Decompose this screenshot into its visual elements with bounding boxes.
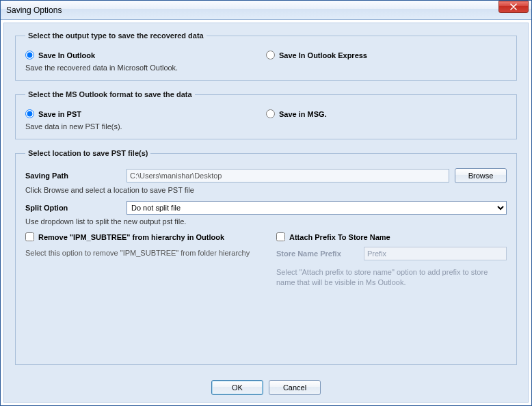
- save-in-outlook-radio[interactable]: [25, 51, 34, 59]
- save-in-outlook-desc: Save the recovered data in Microsoft Out…: [25, 64, 266, 72]
- saving-path-label: Saving Path: [25, 172, 121, 180]
- store-prefix-label: Store Name Prefix: [276, 249, 358, 258]
- output-type-group: Select the output type to save the recov…: [15, 31, 517, 81]
- save-pst-label: Save in PST: [38, 110, 81, 118]
- save-msg-radio[interactable]: [266, 109, 275, 118]
- close-button[interactable]: [498, 1, 529, 13]
- save-pst-desc: Save data in new PST file(s).: [25, 122, 266, 131]
- format-legend: Select the MS Outlook format to save the…: [25, 90, 195, 98]
- dialog-buttons: OK Cancel: [15, 375, 517, 395]
- ok-button[interactable]: OK: [211, 380, 263, 395]
- cancel-button[interactable]: Cancel: [269, 380, 321, 395]
- save-msg-label: Save in MSG.: [279, 110, 327, 118]
- saving-path-input[interactable]: [127, 169, 449, 182]
- split-hint: Use dropdown list to split the new outpu…: [25, 217, 507, 226]
- location-legend: Select location to save PST file(s): [25, 149, 150, 157]
- save-in-outlook-label: Save In Outlook: [38, 51, 95, 59]
- save-pst-radio[interactable]: [25, 109, 34, 118]
- remove-ipm-desc: Select this option to remove "IPM_SUBTRE…: [25, 248, 256, 258]
- client-area: Select the output type to save the recov…: [3, 23, 529, 403]
- remove-ipm-checkbox[interactable]: [25, 232, 34, 241]
- browse-hint: Click Browse and select a location to sa…: [25, 186, 507, 194]
- store-prefix-input: [364, 247, 507, 260]
- close-icon: [509, 3, 518, 10]
- remove-ipm-label: Remove "IPM_SUBTREE" from hierarchy in O…: [38, 233, 224, 241]
- save-in-outlook-express-label: Save In Outlook Express: [279, 51, 367, 59]
- split-option-select[interactable]: Do not split file: [127, 201, 507, 215]
- window-title: Saving Options: [6, 5, 62, 15]
- format-group: Select the MS Outlook format to save the…: [15, 90, 517, 139]
- saving-options-dialog: Saving Options Select the output type to…: [0, 0, 532, 406]
- titlebar: Saving Options: [1, 1, 531, 20]
- browse-button[interactable]: Browse: [455, 168, 507, 183]
- split-option-label: Split Option: [25, 204, 121, 212]
- attach-prefix-label: Attach Prefix To Store Name: [289, 233, 390, 241]
- store-prefix-desc: Select "Attach prefix to store name" opt…: [276, 267, 507, 288]
- location-group: Select location to save PST file(s) Savi…: [15, 149, 517, 365]
- output-type-legend: Select the output type to save the recov…: [25, 31, 207, 40]
- attach-prefix-checkbox[interactable]: [276, 232, 285, 241]
- save-in-outlook-express-radio[interactable]: [266, 51, 275, 59]
